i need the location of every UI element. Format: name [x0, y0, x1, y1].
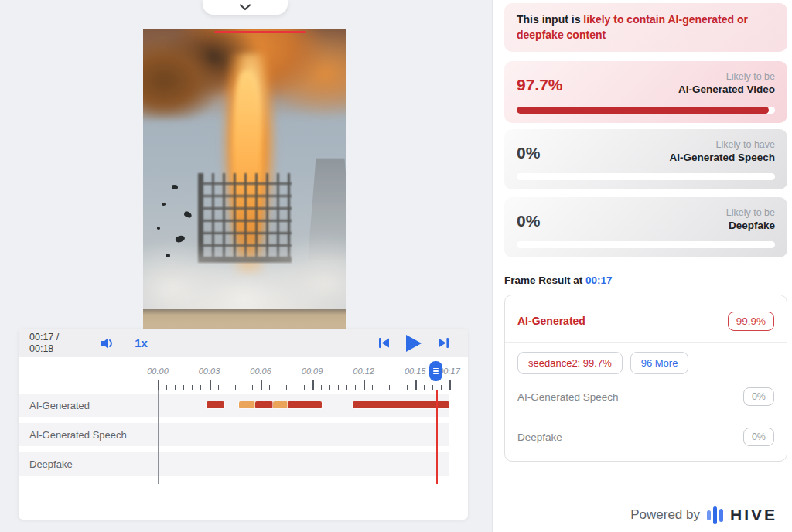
score-value: 97.7%	[517, 76, 563, 94]
debris	[172, 185, 178, 189]
ruler-minor-tick	[278, 385, 278, 390]
ruler-major-tick	[210, 380, 211, 390]
score-card-ai-generated-video: 97.7%Likely to beAI-Generated Video	[504, 61, 787, 123]
more-models-chip[interactable]: 96 More	[630, 352, 689, 374]
hive-logo-icon	[707, 506, 723, 524]
ruler-major-tick	[364, 380, 365, 390]
video-red-marker	[214, 31, 306, 33]
skip-previous-button[interactable]	[378, 337, 390, 349]
powered-by-hive-link[interactable]: Powered by HIVE	[630, 506, 777, 524]
score-labels: Likely to haveAI-Generated Speech	[669, 139, 775, 163]
ruler-minor-tick	[183, 385, 184, 390]
timeline-start-marker	[158, 390, 159, 484]
detection-segment	[273, 401, 288, 408]
powered-by-label: Powered by	[630, 507, 700, 523]
score-value: 0%	[517, 144, 540, 162]
frame-row-value-badge: 0%	[743, 387, 774, 406]
ruler-minor-tick	[244, 385, 244, 390]
detection-segment	[255, 401, 273, 408]
frame-result-card: AI-Generated99.9%seedance2: 99.7%96 More…	[504, 295, 787, 462]
ruler-minor-tick	[407, 385, 408, 390]
track-row-label: AI-Generated Speech	[29, 423, 127, 446]
frame-result-title-text: Frame Result at	[504, 275, 585, 286]
score-category: Deepfake	[726, 220, 775, 231]
volume-button[interactable]	[101, 337, 114, 350]
track-segment-area	[158, 452, 449, 476]
smoke-clouds	[143, 218, 346, 320]
score-labels: Likely to beDeepfake	[726, 207, 775, 231]
ruler-minor-tick	[441, 385, 442, 390]
verdict-prefix: This input is	[517, 13, 583, 26]
ruler-major-tick	[415, 380, 417, 390]
ruler-minor-tick	[295, 385, 295, 390]
ruler-minor-tick	[346, 385, 347, 390]
play-icon	[405, 334, 422, 353]
ruler-minor-tick	[321, 385, 322, 390]
ruler-track: 00:0000:0300:0600:0900:1200:1500:17	[158, 357, 449, 394]
volume-icon	[101, 337, 114, 350]
score-qualifier: Likely to be	[726, 207, 775, 218]
ruler-minor-tick	[175, 385, 176, 390]
score-card-top: 0%Likely to beDeepfake	[517, 207, 775, 231]
score-card-ai-generated-speech: 0%Likely to haveAI-Generated Speech	[504, 129, 787, 189]
ruler-major-tick	[158, 380, 159, 390]
ruler-minor-tick	[235, 385, 236, 390]
track-segment-area	[158, 394, 449, 417]
ruler-tick-label: 00:06	[250, 367, 271, 376]
ruler-minor-tick	[269, 385, 270, 390]
player-controls-bar: 00:17 / 00:18 1x	[19, 329, 468, 357]
frame-row-label: AI-Generated	[517, 315, 585, 327]
video-player-card: 00:17 / 00:18 1x	[19, 329, 468, 520]
frame-result-row: Deepfake0%	[517, 425, 774, 448]
playback-rate-button[interactable]: 1x	[135, 336, 148, 350]
ruler-minor-tick	[200, 385, 201, 390]
score-card-top: 0%Likely to haveAI-Generated Speech	[517, 139, 775, 163]
score-card-deepfake: 0%Likely to beDeepfake	[504, 197, 787, 257]
ruler-tick-label: 00:15	[405, 367, 426, 376]
score-qualifier: Likely to be	[678, 71, 775, 82]
ruler-minor-tick	[424, 385, 425, 390]
ruler-tick-label: 00:00	[147, 367, 169, 376]
timeline-ruler[interactable]: 00:0000:0300:0600:0900:1200:1500:17	[19, 357, 468, 394]
ruler-minor-tick	[398, 385, 398, 390]
playhead-line[interactable]	[436, 390, 438, 484]
score-progress-bar	[517, 107, 775, 114]
hive-brand-name: HIVE	[730, 506, 777, 524]
score-labels: Likely to beAI-Generated Video	[678, 71, 775, 95]
ruler-minor-tick	[192, 385, 193, 390]
score-category: AI-Generated Speech	[669, 152, 775, 163]
frame-result-row: AI-Generated99.9%	[517, 309, 774, 332]
model-score-chip[interactable]: seedance2: 99.7%	[517, 352, 623, 374]
score-progress-bar	[517, 173, 775, 180]
detection-segment	[239, 401, 255, 408]
scrub-handle[interactable]	[429, 361, 442, 381]
detection-segment	[207, 401, 224, 408]
skip-next-button[interactable]	[438, 337, 449, 349]
ruler-major-tick	[312, 380, 314, 390]
ruler-tick-label: 00:09	[302, 367, 323, 376]
detection-segment	[353, 401, 449, 408]
play-button[interactable]	[405, 334, 422, 353]
frame-result-title: Frame Result at 00:17	[504, 275, 613, 286]
frame-row-label: Deepfake	[517, 431, 562, 443]
skip-previous-icon	[378, 337, 390, 349]
video-frame[interactable]	[143, 29, 346, 329]
score-value: 0%	[517, 212, 540, 230]
ruler-minor-tick	[338, 385, 339, 390]
chevron-down-icon	[239, 4, 251, 11]
frame-result-time: 00:17	[585, 275, 613, 286]
ground-strip	[143, 309, 346, 329]
collapse-panel-button[interactable]	[203, 0, 288, 15]
debris	[162, 203, 166, 206]
model-chips: seedance2: 99.7%96 More	[517, 352, 774, 374]
frame-result-row: AI-Generated Speech0%	[517, 385, 774, 408]
ruler-minor-tick	[218, 385, 219, 390]
ruler-tick-label: 00:03	[199, 367, 220, 376]
score-progress-fill	[517, 107, 769, 114]
time-display: 00:17 / 00:18	[29, 332, 59, 355]
ruler-minor-tick	[432, 385, 433, 390]
frame-row-label: AI-Generated Speech	[517, 391, 619, 403]
ruler-minor-tick	[286, 385, 287, 390]
score-card-top: 97.7%Likely to beAI-Generated Video	[517, 71, 775, 95]
score-progress-bar	[517, 241, 775, 248]
